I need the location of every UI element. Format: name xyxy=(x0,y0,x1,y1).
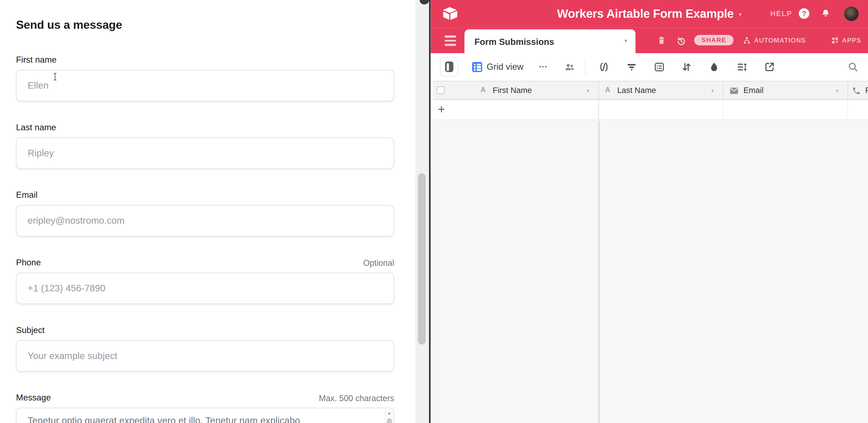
phone-optional-note: Optional xyxy=(363,258,394,268)
sidebar-panel-icon xyxy=(445,61,453,72)
last-name-input[interactable] xyxy=(16,138,394,169)
view-options-ellipsis-icon[interactable]: ••• xyxy=(539,53,548,81)
phone-label: Phone xyxy=(16,258,41,267)
automations-label: AUTOMATIONS xyxy=(754,37,806,44)
base-title[interactable]: Workers Airtable Form Example xyxy=(557,7,734,21)
add-row-plus-icon[interactable]: + xyxy=(438,100,445,119)
field-email: Email xyxy=(16,190,394,237)
page-scrollbar-thumb[interactable] xyxy=(418,173,426,344)
field-last-name: Last name xyxy=(16,122,394,169)
apps-label: APPS xyxy=(842,37,861,44)
message-text: Tenetur optio quaerat expedita vero et i… xyxy=(17,408,394,423)
hide-fields-icon xyxy=(598,61,610,73)
email-input[interactable] xyxy=(16,205,394,237)
grid-view-button[interactable]: Grid view xyxy=(472,53,524,81)
message-scrollbar-thumb[interactable] xyxy=(386,418,392,423)
column-divider[interactable] xyxy=(598,82,599,99)
view-toolbar: Grid view ••• xyxy=(431,53,868,81)
email-field-icon xyxy=(730,87,739,95)
share-view-icon xyxy=(763,61,776,73)
row-height-button[interactable] xyxy=(736,61,748,73)
message-label: Message xyxy=(16,393,51,402)
search-button[interactable] xyxy=(847,61,859,73)
share-view-button[interactable] xyxy=(763,61,776,73)
color-button[interactable] xyxy=(708,61,720,73)
help-question-icon[interactable]: ? xyxy=(799,8,809,19)
row-height-icon xyxy=(736,61,748,73)
hide-fields-button[interactable] xyxy=(598,61,610,73)
apps-icon xyxy=(830,36,839,45)
search-icon xyxy=(847,61,859,73)
email-label: Email xyxy=(16,190,37,200)
airtable-topbar: Workers Airtable Form Example ▾ HELP ? xyxy=(431,0,868,28)
filter-button[interactable] xyxy=(626,61,638,73)
field-message: Message Max. 500 characters Tenetur opti… xyxy=(16,393,394,423)
phone-field-icon xyxy=(852,86,861,95)
toolbar-divider xyxy=(585,59,586,75)
sort-button[interactable] xyxy=(680,61,692,73)
window-split-divider[interactable] xyxy=(429,0,431,423)
first-name-label: First name xyxy=(16,55,57,65)
column-divider xyxy=(723,100,723,120)
column-divider[interactable] xyxy=(847,82,848,99)
first-name-input[interactable] xyxy=(16,70,394,101)
user-avatar[interactable] xyxy=(844,7,859,21)
color-drop-icon xyxy=(708,61,720,73)
group-button[interactable] xyxy=(653,61,665,73)
help-button[interactable]: HELP xyxy=(770,9,792,18)
page-scrollbar[interactable] xyxy=(415,0,429,423)
subject-input[interactable] xyxy=(16,340,394,372)
text-cursor-icon xyxy=(53,72,58,81)
grid-empty-area xyxy=(431,121,868,423)
text-field-icon: A xyxy=(480,85,486,94)
select-all-checkbox[interactable] xyxy=(437,86,444,94)
column-divider xyxy=(847,100,848,120)
screen: Send us a message First name Last name E… xyxy=(0,0,868,423)
table-tab-form-submissions[interactable]: Form Submissions ▾ xyxy=(464,29,636,53)
column-divider xyxy=(598,100,599,120)
automations-icon xyxy=(742,36,751,45)
message-scrollbar[interactable]: ▲ xyxy=(385,409,393,423)
grid-add-row[interactable]: + xyxy=(433,100,868,120)
base-title-caret-icon[interactable]: ▾ xyxy=(739,11,742,18)
column-header-first-name[interactable]: First Name xyxy=(493,82,532,100)
column-caret-icon[interactable]: ▾ xyxy=(836,88,838,94)
sidebar-menu-icon[interactable] xyxy=(444,35,456,48)
phone-input[interactable] xyxy=(16,272,394,304)
column-divider[interactable] xyxy=(723,82,723,99)
column-caret-icon[interactable]: ▾ xyxy=(587,88,589,94)
last-name-label: Last name xyxy=(16,122,56,132)
table-tab-caret-icon[interactable]: ▾ xyxy=(624,38,627,44)
message-max-note: Max. 500 characters xyxy=(319,393,394,403)
filter-icon xyxy=(626,61,638,73)
apps-button[interactable]: APPS xyxy=(830,36,861,45)
grid-view-icon xyxy=(472,62,482,72)
message-textarea[interactable]: Tenetur optio quaerat expedita vero et i… xyxy=(16,407,394,423)
column-header-email[interactable]: Email xyxy=(743,82,763,100)
form-title: Send us a message xyxy=(16,18,122,32)
scroll-up-arrow-icon[interactable]: ▲ xyxy=(385,411,393,415)
collaborators-icon[interactable] xyxy=(563,61,576,73)
share-button[interactable]: SHARE xyxy=(694,35,734,46)
trash-icon[interactable] xyxy=(657,35,666,46)
table-tab-label: Form Submissions xyxy=(474,29,554,54)
contact-form-pane: Send us a message First name Last name E… xyxy=(0,0,415,423)
text-field-icon: A xyxy=(605,85,611,94)
automations-button[interactable]: AUTOMATIONS xyxy=(742,36,806,45)
sort-icon xyxy=(680,61,692,73)
field-phone: Phone Optional xyxy=(16,258,394,304)
view-sidebar-toggle-button[interactable] xyxy=(440,57,458,77)
column-header-phone[interactable]: Phone xyxy=(865,82,868,100)
column-header-last-name[interactable]: Last Name xyxy=(617,82,656,100)
grid-view-label: Grid view xyxy=(487,62,524,72)
table-tab-bar: Form Submissions ▾ SHARE AUTOMATIONS xyxy=(431,28,868,53)
field-first-name: First name xyxy=(16,55,394,101)
first-column-divider xyxy=(598,121,599,423)
subject-label: Subject xyxy=(16,325,44,335)
field-subject: Subject xyxy=(16,325,394,372)
column-caret-icon[interactable]: ▾ xyxy=(711,88,714,94)
group-icon xyxy=(653,61,665,73)
scrollbar-top-arc xyxy=(420,0,429,4)
history-icon[interactable] xyxy=(676,35,686,46)
notifications-bell-icon[interactable] xyxy=(820,8,831,19)
